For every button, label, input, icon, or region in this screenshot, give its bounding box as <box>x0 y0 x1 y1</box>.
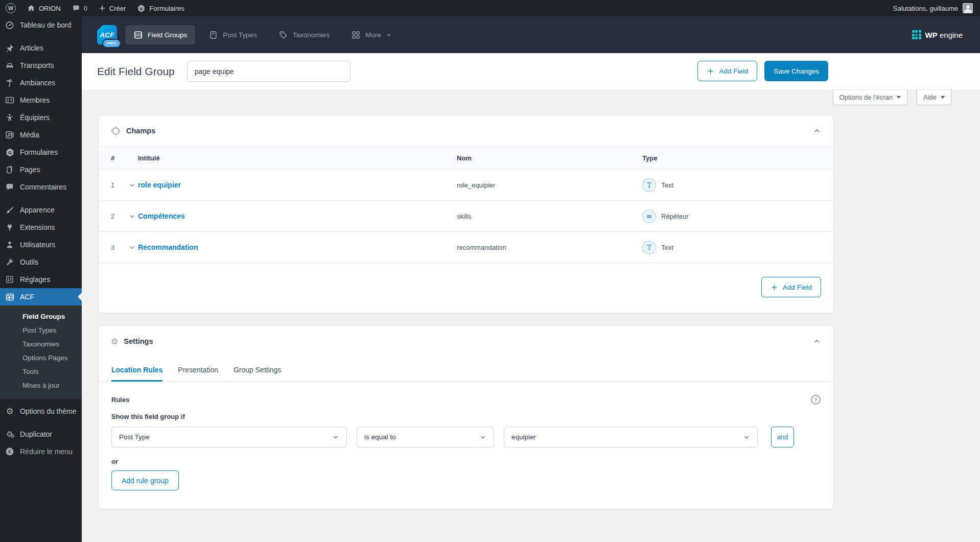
condition-label: Show this field group if <box>111 413 821 420</box>
sidebar-item-membres[interactable]: Membres <box>0 91 82 109</box>
new-content-menu[interactable]: Créer <box>93 0 132 16</box>
field-label-link[interactable]: role equipier <box>138 181 181 189</box>
collapse-panel-button[interactable] <box>813 127 821 135</box>
text-type-icon: T <box>642 241 656 254</box>
add-rule-group-button[interactable]: Add rule group <box>111 470 179 490</box>
plus-icon <box>771 284 778 291</box>
submenu-item-label: Post Types <box>22 326 57 334</box>
field-group-title-input[interactable] <box>187 61 351 82</box>
tab-presentation[interactable]: Presentation <box>178 357 218 381</box>
chevron-down-icon[interactable] <box>128 213 136 220</box>
sidebar-item-formulaires[interactable]: G Formulaires <box>0 144 82 161</box>
add-field-button[interactable]: Add Field <box>697 61 757 81</box>
plugin-icon <box>5 222 15 232</box>
sidebar-item-label: Pages <box>20 166 40 174</box>
tab-more[interactable]: More <box>343 25 400 44</box>
site-link[interactable]: ORION <box>21 0 66 16</box>
user-greeting[interactable]: Salutations, guillaume <box>893 5 958 12</box>
help-toggle[interactable]: Aide <box>917 89 951 105</box>
submenu-item-taxonomies[interactable]: Taxonomies <box>0 337 82 351</box>
field-label-link[interactable]: Recommandation <box>138 243 198 251</box>
field-name: recommandation <box>457 244 506 251</box>
field-label-link[interactable]: Compétences <box>138 212 185 220</box>
screen-options-label: Options de l'écran <box>839 93 893 101</box>
submenu-item-post-types[interactable]: Post Types <box>0 323 82 337</box>
collapse-panel-button[interactable] <box>813 337 821 345</box>
sidebar-item-reglages[interactable]: Réglages <box>0 271 82 288</box>
rule-param-select[interactable]: Post Type <box>111 427 347 447</box>
grid-icon <box>351 30 361 40</box>
sidebar-item-equipiers[interactable]: Équipiers <box>0 109 82 126</box>
chevron-down-icon[interactable] <box>128 181 136 189</box>
sidebar-item-options-du-theme[interactable]: ⚙ Options du thème <box>0 403 82 420</box>
selected-value: is equal to <box>364 433 396 441</box>
submenu-item-options-pages[interactable]: Options Pages <box>0 351 82 365</box>
site-name: ORION <box>39 5 61 12</box>
button-label: Save Changes <box>774 67 819 75</box>
help-label: Aide <box>923 93 937 101</box>
comments-shortcut[interactable]: 0 <box>66 0 93 16</box>
tab-taxonomies[interactable]: Taxonomies <box>270 25 338 44</box>
pro-badge: PRO <box>102 39 121 48</box>
table-row: 3 Recommandation recommandation T Text <box>99 232 833 263</box>
tag-icon <box>278 30 288 40</box>
forms-shortcut[interactable]: G Formulaires <box>131 0 190 16</box>
sidebar-item-outils[interactable]: Outils <box>0 253 82 271</box>
chevron-up-icon <box>813 337 821 345</box>
screen-options-toggle[interactable]: Options de l'écran <box>833 89 907 105</box>
car-icon <box>5 60 15 70</box>
sidebar-item-ambiances[interactable]: Ambiances <box>0 74 82 91</box>
tab-label: Group Settings <box>234 366 281 374</box>
sidebar-item-label: Outils <box>20 258 38 266</box>
acf-logo[interactable]: ACF PRO <box>97 25 117 45</box>
sidebar-item-extensions[interactable]: Extensions <box>0 219 82 236</box>
tab-location-rules[interactable]: Location Rules <box>111 357 162 381</box>
chevron-down-icon[interactable] <box>128 244 136 251</box>
tab-label: Presentation <box>178 366 218 374</box>
sidebar-item-commentaires[interactable]: Commentaires <box>0 178 82 196</box>
column-name: Nom <box>457 154 472 162</box>
sidebar-item-label: Média <box>20 131 39 139</box>
wrench-icon <box>5 257 15 267</box>
collapse-icon <box>5 446 15 457</box>
fields-panel-header: Champs <box>99 115 833 146</box>
sidebar-item-pages[interactable]: Pages <box>0 161 82 178</box>
pushpin-icon <box>5 43 15 53</box>
and-button[interactable]: and <box>771 427 794 447</box>
sidebar-item-label: Extensions <box>20 223 55 231</box>
tab-field-groups[interactable]: Field Groups <box>125 25 195 44</box>
tab-post-types[interactable]: Post Types <box>200 25 265 44</box>
sidebar-item-apparence[interactable]: Apparence <box>0 201 82 219</box>
column-order: # <box>111 154 114 162</box>
submenu-item-field-groups[interactable]: Field Groups <box>0 310 82 323</box>
save-changes-button[interactable]: Save Changes <box>764 61 828 81</box>
gravity-forms-icon: G <box>5 147 15 157</box>
wordpress-menu[interactable]: W <box>0 0 21 16</box>
submenu-item-tools[interactable]: Tools <box>0 365 82 379</box>
submenu-item-label: Mises à jour <box>22 382 60 389</box>
sidebar-item-utilisateurs[interactable]: Utilisateurs <box>0 236 82 253</box>
sidebar-item-media[interactable]: Média <box>0 126 82 144</box>
sidebar-item-reduire-le-menu[interactable]: Réduire le menu <box>0 443 82 460</box>
rule-operator-select[interactable]: is equal to <box>357 427 494 447</box>
chevron-down-icon <box>743 434 750 441</box>
tab-group-settings[interactable]: Group Settings <box>234 357 281 381</box>
add-field-button-bottom[interactable]: Add Field <box>761 277 821 297</box>
sidebar-item-tableau-de-bord[interactable]: Tableau de bord <box>0 16 82 34</box>
text-type-icon: T <box>642 178 656 192</box>
rule-value-select[interactable]: equipier <box>504 427 758 447</box>
sidebar-item-duplicator[interactable]: ⚙⚙ Duplicator <box>0 426 82 443</box>
avatar-body-shape <box>964 9 972 13</box>
list-icon <box>133 30 143 40</box>
sidebar-item-transports[interactable]: Transports <box>0 57 82 74</box>
sidebar-item-label: Ambiances <box>20 79 55 87</box>
sidebar-item-articles[interactable]: Articles <box>0 39 82 57</box>
button-label: Add rule group <box>122 477 169 485</box>
wpengine-logo[interactable]: WP engine <box>912 30 963 39</box>
field-name: role_equipier <box>457 181 495 189</box>
gear-icon: ⚙ <box>5 406 15 416</box>
sidebar-item-acf[interactable]: ACF <box>0 288 82 305</box>
submenu-item-mises-a-jour[interactable]: Mises à jour <box>0 379 82 392</box>
help-icon[interactable]: ? <box>811 395 821 405</box>
avatar[interactable] <box>963 3 973 13</box>
